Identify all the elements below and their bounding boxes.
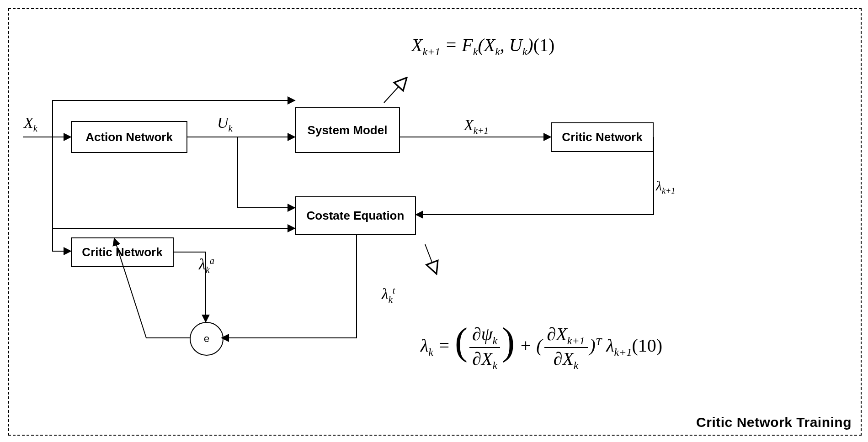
equation-system: Xk+1 = Fk(Xk, Uk)(1) — [411, 34, 554, 58]
system-model-box: System Model — [295, 107, 400, 153]
error-node: e — [190, 322, 224, 356]
label-lambda-k1: λk+1 — [656, 178, 675, 196]
costate-equation-label: Costate Equation — [307, 209, 405, 223]
label-uk: Uk — [217, 114, 233, 134]
outer-frame: Action Network System Model Critic Netwo… — [8, 8, 862, 436]
label-xk1: Xk+1 — [464, 116, 489, 136]
action-network-label: Action Network — [85, 130, 173, 144]
label-lambda-kt: λkt — [382, 285, 395, 305]
equation-costate: λk = (∂ψk∂Xk) + (∂Xk+1∂Xk)T λk+1(10) — [421, 320, 662, 372]
system-model-label: System Model — [308, 123, 388, 137]
critic-left-box: Critic Network — [71, 237, 174, 267]
label-xk: Xk — [24, 114, 37, 134]
label-lambda-ka: λka — [199, 256, 214, 275]
error-node-label: e — [204, 333, 209, 345]
costate-equation-box: Costate Equation — [295, 196, 416, 235]
action-network-box: Action Network — [71, 121, 187, 153]
critic-right-box: Critic Network — [551, 122, 654, 152]
critic-left-label: Critic Network — [82, 245, 162, 259]
critic-right-label: Critic Network — [562, 130, 642, 144]
diagram-canvas: Action Network System Model Critic Netwo… — [0, 0, 868, 442]
frame-title: Critic Network Training — [696, 415, 852, 430]
